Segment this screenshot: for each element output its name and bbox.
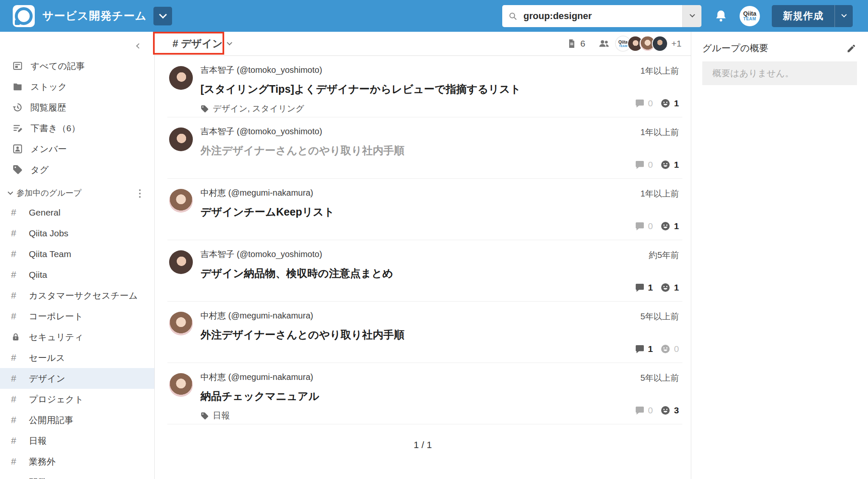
article-title[interactable]: デザイン納品物、検収時の注意点まとめ [200, 266, 682, 280]
search-input[interactable] [523, 10, 682, 22]
group-prefix: # [11, 311, 24, 322]
sidebar-group-item[interactable]: # General [0, 202, 154, 223]
article-tags[interactable]: 日報 [200, 410, 682, 421]
chevron-down-icon [227, 40, 232, 45]
author-name[interactable]: 中村恵 (@megumi-nakamura) [200, 187, 682, 199]
edit-overview-button[interactable] [846, 43, 857, 54]
chevron-down-icon [159, 11, 167, 18]
hash-icon: # [11, 269, 16, 280]
new-article-menu-button[interactable] [835, 5, 853, 27]
sidebar-item-label: すべての記事 [31, 60, 85, 72]
article-meta: 1年以上前 0 [635, 127, 679, 170]
article-timestamp: 5年以上前 [640, 372, 679, 384]
article-row[interactable]: 吉本智子 (@tomoko_yoshimoto) デザイン納品物、検収時の注意点… [167, 240, 682, 302]
article-meta: 約5年前 1 [635, 249, 679, 293]
sidebar-group-item[interactable]: # デザイン [0, 368, 154, 389]
sidebar-group-item[interactable]: # コーポレート [0, 306, 154, 327]
team-switcher-button[interactable] [153, 7, 172, 25]
comment-count: 0 [635, 221, 653, 231]
article-row[interactable]: 吉本智子 (@tomoko_yoshimoto) [スタイリングTips]よくデ… [167, 56, 682, 117]
sidebar-item-all-articles[interactable]: すべての記事 [0, 55, 154, 76]
smiley-icon [660, 405, 670, 415]
sidebar-group-item[interactable]: # 開発 [0, 472, 154, 479]
article-stats: 1 1 [635, 282, 679, 293]
group-label: デザイン [29, 373, 65, 385]
sidebar-group-item[interactable]: # 業務外 [0, 451, 154, 472]
notifications-button[interactable] [714, 9, 728, 23]
article-main: 吉本智子 (@tomoko_yoshimoto) 外注デザイナーさんとのやり取り… [200, 126, 682, 178]
sidebar-group-item[interactable]: # プロジェクト [0, 389, 154, 410]
author-handle: (@tomoko_yoshimoto) [237, 249, 322, 259]
group-overview-panel: グループの概要 概要はありません。 [691, 32, 868, 479]
article-title[interactable]: 納品チェックマニュアル [200, 389, 682, 403]
group-prefix: # [11, 207, 24, 218]
sidebar-group-item[interactable]: セキュリティ [0, 327, 154, 347]
group-label: セールス [29, 352, 65, 364]
search-scope-dropdown[interactable] [682, 5, 701, 27]
chevron-left-icon [136, 43, 142, 49]
author-display-name: 吉本智子 [200, 249, 234, 259]
article-row[interactable]: 中村恵 (@megumi-nakamura) デザインチームKeepリスト 1年… [167, 179, 682, 240]
author-display-name: 吉本智子 [200, 127, 234, 136]
article-title[interactable]: 外注デザイナーさんとのやり取り社内手順 [200, 144, 682, 158]
article-timestamp: 約5年前 [649, 249, 679, 261]
article-title[interactable]: デザインチームKeepリスト [200, 205, 682, 219]
sidebar-item-members[interactable]: メンバー [0, 138, 154, 159]
chevron-down-icon [8, 189, 13, 195]
sidebar-group-item[interactable]: # セールス [0, 347, 154, 368]
extra-members-count: +1 [671, 39, 682, 49]
article-timestamp: 1年以上前 [640, 65, 679, 77]
member-avatar[interactable] [652, 36, 668, 52]
sidebar-item-drafts[interactable]: 下書き（6） [0, 118, 154, 138]
sidebar-item-tags[interactable]: タグ [0, 159, 154, 180]
article-timestamp: 5年以上前 [640, 311, 679, 322]
sidebar-item-label: 閲覧履歴 [31, 102, 66, 114]
qiita-team-logo[interactable] [13, 5, 35, 27]
sidebar-group-item[interactable]: # 日報 [0, 430, 154, 451]
avatar-text-line1: Qiita [743, 11, 756, 17]
author-name[interactable]: 吉本智子 (@tomoko_yoshimoto) [200, 126, 682, 137]
group-title: # デザイン [172, 37, 223, 50]
group-prefix: # [11, 456, 24, 467]
sidebar-group-item[interactable]: # Qiita Jobs [0, 223, 154, 244]
author-name[interactable]: 中村恵 (@megumi-nakamura) [200, 310, 682, 321]
sidebar-item-stock[interactable]: ストック [0, 76, 154, 97]
group-label: コーポレート [29, 310, 83, 322]
article-row[interactable]: 中村恵 (@megumi-nakamura) 外注デザイナーさんとのやり取り社内… [167, 302, 682, 363]
article-title[interactable]: 外注デザイナーさんとのやり取り社内手順 [200, 328, 682, 342]
hash-icon: # [11, 290, 16, 301]
joined-groups-header[interactable]: 参加中のグループ [0, 184, 154, 202]
article-row[interactable]: 吉本智子 (@tomoko_yoshimoto) 外注デザイナーさんとのやり取り… [167, 117, 682, 179]
article-row[interactable]: 中村恵 (@megumi-nakamura) 納品チェックマニュアル 日報 5年… [167, 363, 682, 424]
tag-icon [200, 105, 209, 113]
user-avatar[interactable]: Qiita TEAM [740, 6, 760, 26]
comment-count: 0 [635, 98, 653, 108]
article-meta: 5年以上前 1 [635, 311, 679, 354]
author-name[interactable]: 吉本智子 (@tomoko_yoshimoto) [200, 249, 682, 260]
hash-icon: # [11, 352, 16, 363]
sidebar-item-label: タグ [31, 164, 49, 176]
sidebar-group-item[interactable]: # カスタマーサクセスチーム [0, 285, 154, 306]
sidebar-group-item[interactable]: # Qiita Team [0, 244, 154, 264]
sidebar-collapse-button[interactable] [135, 40, 142, 51]
comment-icon [635, 222, 645, 231]
article-main: 中村恵 (@megumi-nakamura) 納品チェックマニュアル 日報 5年… [200, 371, 682, 424]
author-handle: (@megumi-nakamura) [228, 372, 313, 382]
groups-menu-button[interactable] [137, 188, 142, 199]
group-prefix: # [11, 394, 24, 405]
article-main: 中村恵 (@megumi-nakamura) デザインチームKeepリスト 1年… [200, 187, 682, 240]
comment-icon [635, 160, 645, 170]
article-tags[interactable]: デザイン, スタイリング [200, 103, 682, 114]
smiley-icon [660, 221, 670, 231]
emoji-reaction-count: 0 [660, 344, 679, 354]
author-name[interactable]: 中村恵 (@megumi-nakamura) [200, 371, 682, 383]
sidebar-item-history[interactable]: 閲覧履歴 [0, 97, 154, 118]
sidebar-group-item[interactable]: # Qiita [0, 264, 154, 285]
article-title[interactable]: [スタイリングTips]よくデザイナーからレビューで指摘するリスト [200, 82, 682, 96]
app-header: サービス開発チーム Qiita TEAM [0, 0, 868, 32]
new-article-button[interactable]: 新規作成 [772, 5, 835, 27]
sidebar-group-item[interactable]: # 公開用記事 [0, 410, 154, 430]
comment-icon [635, 406, 645, 415]
author-name[interactable]: 吉本智子 (@tomoko_yoshimoto) [200, 64, 682, 76]
group-title-dropdown[interactable]: # デザイン [172, 37, 231, 50]
